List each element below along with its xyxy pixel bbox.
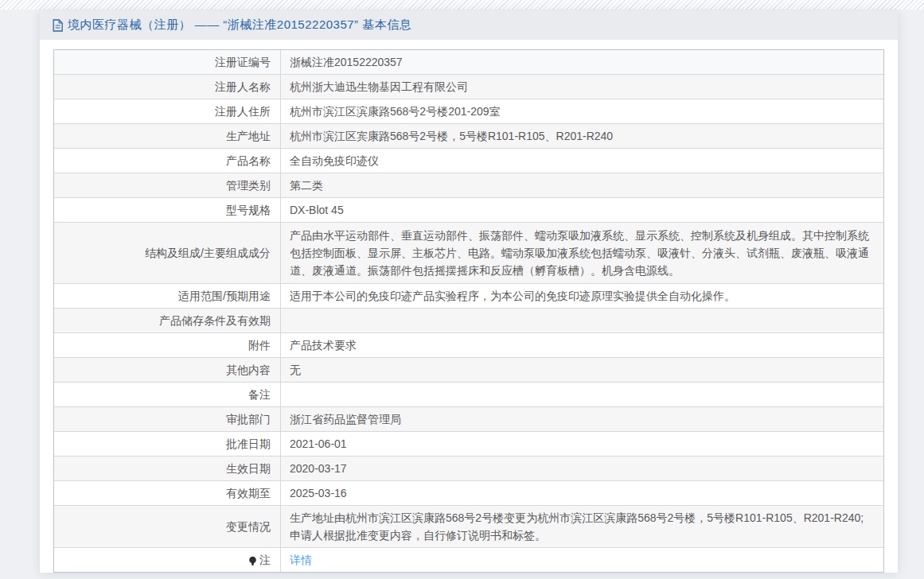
table-row-attachment: 附件 产品技术要求 — [54, 333, 883, 358]
row-value — [281, 309, 883, 332]
row-value: 第二类 — [281, 173, 883, 197]
table-row-approval-department: 审批部门 浙江省药品监督管理局 — [54, 407, 883, 432]
row-label: 结构及组成/主要组成成分 — [54, 223, 281, 283]
row-value: 杭州浙大迪迅生物基因工程有限公司 — [281, 75, 883, 99]
row-label: 管理类别 — [54, 173, 281, 197]
row-value: 2025-03-16 — [281, 481, 883, 505]
table-row-effective-date: 生效日期 2020-03-17 — [54, 457, 883, 481]
row-label: 生产地址 — [54, 124, 281, 148]
row-label: 产品名称 — [54, 149, 281, 173]
row-label: 注册人住所 — [54, 99, 281, 123]
row-label: 注册证编号 — [54, 50, 281, 74]
row-value: 杭州市滨江区宾康路568号2号楼，5号楼R101-R105、R201-R240 — [281, 124, 883, 148]
row-label: 生效日期 — [54, 457, 281, 480]
row-label: 注 — [54, 548, 281, 572]
table-row-management-category: 管理类别 第二类 — [54, 173, 883, 198]
table-row-model-spec: 型号规格 DX-Blot 45 — [54, 198, 883, 223]
row-label: 适用范围/预期用途 — [54, 284, 281, 308]
row-value: DX-Blot 45 — [281, 198, 883, 222]
document-icon — [52, 19, 64, 32]
row-label: 其他内容 — [54, 358, 281, 382]
row-label: 注册人名称 — [54, 75, 281, 99]
row-value: 无 — [281, 358, 883, 382]
table-row-registrant-address: 注册人住所 杭州市滨江区滨康路568号2号楼201-209室 — [54, 99, 883, 124]
row-label: 审批部门 — [54, 407, 281, 431]
row-label: 批准日期 — [54, 432, 281, 456]
top-hatch-strip — [0, 0, 924, 10]
table-row-intended-use: 适用范围/预期用途 适用于本公司的免疫印迹产品实验程序，为本公司的免疫印迹原理实… — [54, 284, 883, 309]
row-value: 2021-06-01 — [281, 432, 883, 456]
row-label: 备注 — [54, 383, 281, 406]
row-label: 有效期至 — [54, 481, 281, 505]
content-panel: 境内医疗器械（注册） —— “浙械注准20152220357” 基本信息 注册证… — [40, 10, 898, 573]
table-row-storage-conditions: 产品储存条件及有效期 — [54, 309, 883, 333]
detail-link[interactable]: 详情 — [290, 551, 312, 569]
row-value — [281, 383, 883, 406]
row-value: 浙械注准20152220357 — [281, 50, 883, 74]
note-label: 注 — [259, 551, 271, 569]
row-value: 浙江省药品监督管理局 — [281, 407, 883, 431]
table-row-registration-number: 注册证编号 浙械注准20152220357 — [54, 50, 883, 75]
table-row-change-info: 变更情况 生产地址由杭州市滨江区滨康路568号2号楼变更为杭州市滨江区滨康路56… — [54, 506, 883, 548]
table-row-remarks: 备注 — [54, 383, 883, 407]
row-value: 生产地址由杭州市滨江区滨康路568号2号楼变更为杭州市滨江区滨康路568号2号楼… — [281, 506, 883, 547]
row-value: 适用于本公司的免疫印迹产品实验程序，为本公司的免疫印迹原理实验提供全自动化操作。 — [281, 284, 883, 308]
row-label: 型号规格 — [54, 198, 281, 222]
bulb-icon — [248, 556, 257, 566]
table-row-note: 注 详情 — [54, 548, 883, 572]
row-label: 变更情况 — [54, 506, 281, 547]
table-row-product-name: 产品名称 全自动免疫印迹仪 — [54, 149, 883, 173]
table-row-expiry-date: 有效期至 2025-03-16 — [54, 481, 883, 506]
title-bar: 境内医疗器械（注册） —— “浙械注准20152220357” 基本信息 — [40, 10, 898, 40]
row-label: 附件 — [54, 333, 281, 357]
page-title: 境内医疗器械（注册） —— “浙械注准20152220357” 基本信息 — [68, 17, 411, 33]
row-value: 全自动免疫印迹仪 — [281, 149, 883, 173]
row-value: 产品技术要求 — [281, 333, 883, 357]
table-row-production-address: 生产地址 杭州市滨江区宾康路568号2号楼，5号楼R101-R105、R201-… — [54, 124, 883, 149]
row-value: 2020-03-17 — [281, 457, 883, 480]
table-row-approval-date: 批准日期 2021-06-01 — [54, 432, 883, 457]
table-row-registrant-name: 注册人名称 杭州浙大迪迅生物基因工程有限公司 — [54, 75, 883, 99]
row-label: 产品储存条件及有效期 — [54, 309, 281, 332]
row-value: 详情 — [281, 548, 883, 572]
registration-info-table: 注册证编号 浙械注准20152220357 注册人名称 杭州浙大迪迅生物基因工程… — [53, 49, 884, 573]
row-value: 杭州市滨江区滨康路568号2号楼201-209室 — [281, 99, 883, 123]
table-row-structure-composition: 结构及组成/主要组成成分 产品由水平运动部件、垂直运动部件、振荡部件、蠕动泵吸加… — [54, 223, 883, 284]
table-row-other-content: 其他内容 无 — [54, 358, 883, 383]
row-value: 产品由水平运动部件、垂直运动部件、振荡部件、蠕动泵吸加液系统、显示系统、控制系统… — [281, 223, 883, 283]
